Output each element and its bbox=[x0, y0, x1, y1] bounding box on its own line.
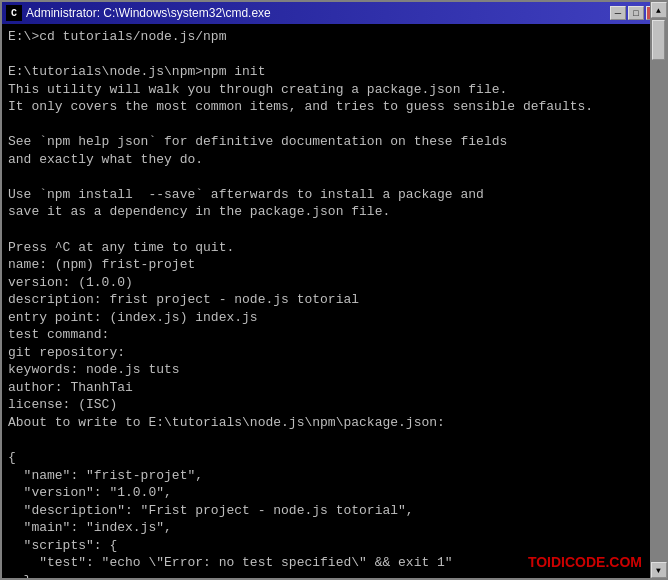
watermark: TOIDICODE.COM bbox=[528, 554, 642, 570]
cmd-icon: C bbox=[6, 5, 22, 21]
scrollbar[interactable]: ▲ ▼ bbox=[650, 24, 666, 578]
maximize-button[interactable]: □ bbox=[628, 6, 644, 20]
window-frame: C Administrator: C:\Windows\system32\cmd… bbox=[0, 0, 668, 580]
scroll-track bbox=[651, 24, 666, 562]
scroll-down-button[interactable]: ▼ bbox=[651, 562, 667, 578]
scroll-thumb[interactable] bbox=[652, 24, 665, 60]
minimize-button[interactable]: ─ bbox=[610, 6, 626, 20]
title-bar: C Administrator: C:\Windows\system32\cmd… bbox=[2, 2, 666, 24]
window-title: Administrator: C:\Windows\system32\cmd.e… bbox=[26, 6, 271, 20]
title-bar-left: C Administrator: C:\Windows\system32\cmd… bbox=[6, 5, 271, 21]
console-output: E:\>cd tutorials/node.js/npm E:\tutorial… bbox=[2, 24, 666, 578]
